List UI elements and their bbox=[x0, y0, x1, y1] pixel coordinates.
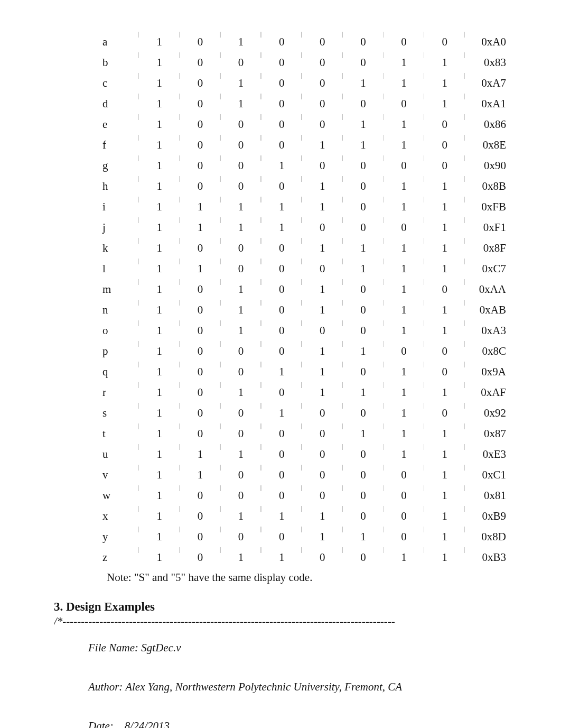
bit-cell: 1 bbox=[384, 135, 424, 155]
bit-cell: 0 bbox=[424, 341, 465, 362]
bit-cell: 1 bbox=[343, 238, 384, 259]
bit-cell: 1 bbox=[180, 197, 220, 217]
bit-cell: 1 bbox=[180, 465, 220, 485]
bit-cell: 1 bbox=[139, 341, 180, 362]
table-row: k100011110x8F bbox=[99, 238, 508, 259]
bit-cell: 0 bbox=[424, 32, 465, 52]
bit-cell: 1 bbox=[424, 94, 465, 114]
bit-cell: 1 bbox=[221, 94, 261, 114]
bit-cell: 0 bbox=[343, 362, 384, 382]
bit-cell: 1 bbox=[343, 135, 384, 155]
bit-cell: 0 bbox=[343, 485, 384, 506]
bit-cell: 0 bbox=[343, 155, 384, 176]
table-row: u111000110xE3 bbox=[99, 444, 508, 465]
bit-cell: 0 bbox=[180, 32, 220, 52]
bit-cell: 1 bbox=[139, 114, 180, 135]
bit-cell: 1 bbox=[139, 32, 180, 52]
bit-cell: 0 bbox=[180, 362, 220, 382]
table-row: i111110110xFB bbox=[99, 197, 508, 217]
bit-cell: 0 bbox=[261, 114, 302, 135]
char-cell: f bbox=[99, 135, 139, 155]
bit-cell: 1 bbox=[384, 259, 424, 279]
bit-cell: 1 bbox=[343, 73, 384, 94]
char-cell: p bbox=[99, 341, 139, 362]
table-row: p100011000x8C bbox=[99, 341, 508, 362]
hex-cell: 0x92 bbox=[465, 403, 508, 423]
bit-cell: 1 bbox=[261, 197, 302, 217]
bit-cell: 0 bbox=[302, 547, 343, 568]
bit-cell: 0 bbox=[424, 279, 465, 300]
bit-cell: 0 bbox=[384, 341, 424, 362]
bit-cell: 1 bbox=[424, 238, 465, 259]
table-row: b100000110x83 bbox=[99, 52, 508, 73]
bit-cell: 0 bbox=[343, 506, 384, 527]
bit-cell: 1 bbox=[139, 300, 180, 320]
bit-cell: 1 bbox=[343, 341, 384, 362]
file-label: File Name: bbox=[88, 641, 138, 654]
date-value: 8/24/2013 bbox=[125, 720, 170, 728]
bit-cell: 0 bbox=[384, 32, 424, 52]
bit-cell: 1 bbox=[180, 444, 220, 465]
bit-cell: 1 bbox=[302, 135, 343, 155]
bit-cell: 0 bbox=[302, 259, 343, 279]
bit-cell: 1 bbox=[424, 506, 465, 527]
bit-cell: 0 bbox=[343, 217, 384, 238]
table-row: h100010110x8B bbox=[99, 176, 508, 197]
table-row: j111100010xF1 bbox=[99, 217, 508, 238]
bit-cell: 0 bbox=[180, 382, 220, 403]
char-cell: v bbox=[99, 465, 139, 485]
bit-cell: 0 bbox=[261, 94, 302, 114]
date-label: Date: bbox=[88, 720, 114, 728]
bit-cell: 1 bbox=[302, 527, 343, 547]
table-row: n101010110xAB bbox=[99, 300, 508, 320]
bit-cell: 0 bbox=[261, 279, 302, 300]
bit-cell: 0 bbox=[221, 155, 261, 176]
bit-cell: 0 bbox=[261, 73, 302, 94]
bit-cell: 0 bbox=[221, 423, 261, 444]
bit-cell: 0 bbox=[384, 527, 424, 547]
bit-cell: 0 bbox=[261, 135, 302, 155]
bit-cell: 1 bbox=[384, 444, 424, 465]
table-row: m101010100xAA bbox=[99, 279, 508, 300]
char-cell: k bbox=[99, 238, 139, 259]
bit-cell: 0 bbox=[180, 94, 220, 114]
code-header-dashline: /*--------------------------------------… bbox=[54, 615, 508, 628]
char-cell: w bbox=[99, 485, 139, 506]
bit-cell: 1 bbox=[424, 465, 465, 485]
bit-cell: 1 bbox=[139, 423, 180, 444]
hex-cell: 0x87 bbox=[465, 423, 508, 444]
bit-cell: 1 bbox=[180, 217, 220, 238]
bit-cell: 1 bbox=[261, 362, 302, 382]
table-row: x101110010xB9 bbox=[99, 506, 508, 527]
bit-cell: 1 bbox=[221, 279, 261, 300]
bit-cell: 1 bbox=[384, 73, 424, 94]
bit-cell: 0 bbox=[221, 238, 261, 259]
bit-cell: 0 bbox=[343, 444, 384, 465]
char-cell: u bbox=[99, 444, 139, 465]
section-number: 3. bbox=[54, 600, 63, 613]
bit-cell: 0 bbox=[424, 362, 465, 382]
section-title: Design Examples bbox=[66, 600, 155, 613]
bit-cell: 1 bbox=[424, 217, 465, 238]
hex-cell: 0xA1 bbox=[465, 94, 508, 114]
bit-cell: 0 bbox=[221, 527, 261, 547]
bit-cell: 1 bbox=[384, 176, 424, 197]
bit-cell: 1 bbox=[221, 73, 261, 94]
bit-cell: 1 bbox=[221, 506, 261, 527]
bit-cell: 0 bbox=[180, 135, 220, 155]
table-row: y100011010x8D bbox=[99, 527, 508, 547]
char-cell: n bbox=[99, 300, 139, 320]
bit-cell: 0 bbox=[180, 155, 220, 176]
table-row: t100001110x87 bbox=[99, 423, 508, 444]
bit-cell: 1 bbox=[261, 506, 302, 527]
bit-cell: 0 bbox=[221, 176, 261, 197]
hex-cell: 0xC7 bbox=[465, 259, 508, 279]
bit-cell: 1 bbox=[424, 176, 465, 197]
bit-cell: 0 bbox=[261, 300, 302, 320]
bit-cell: 0 bbox=[180, 485, 220, 506]
bit-cell: 1 bbox=[221, 382, 261, 403]
bit-cell: 1 bbox=[424, 382, 465, 403]
hex-cell: 0xB9 bbox=[465, 506, 508, 527]
bit-cell: 0 bbox=[384, 94, 424, 114]
bit-cell: 0 bbox=[180, 52, 220, 73]
